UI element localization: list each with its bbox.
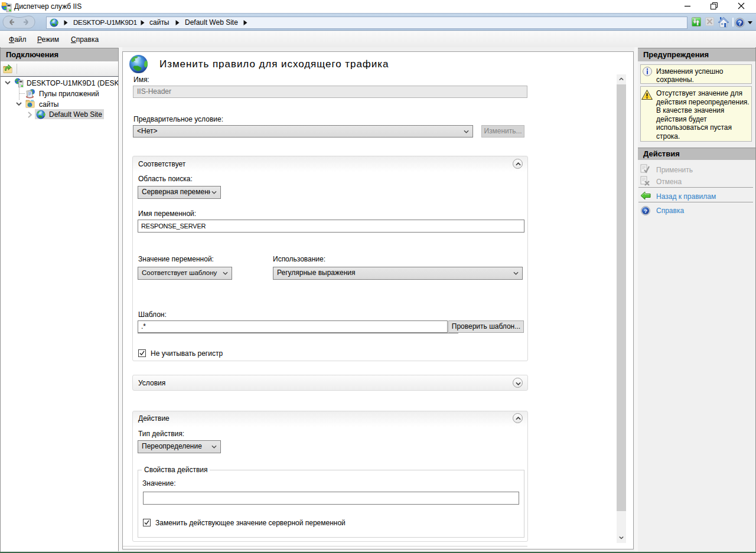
svg-text:?: ? [738,19,742,27]
svg-text:?: ? [644,208,647,214]
